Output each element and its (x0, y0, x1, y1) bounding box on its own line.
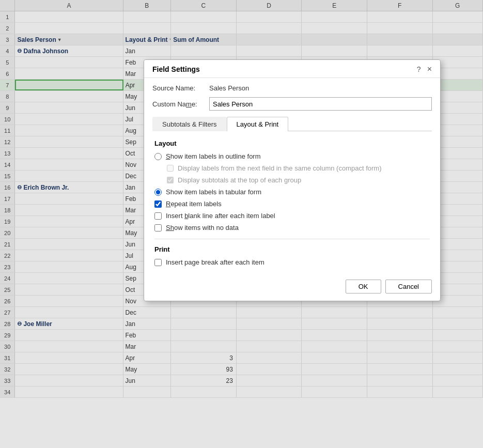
option-compact-form: Display labels from the next field in th… (167, 164, 430, 172)
option-repeat-labels: Repeat item labels (154, 200, 430, 208)
option-subtotals-top: Display subtotals at the top of each gro… (167, 176, 430, 184)
tab-content-layout-print: Layout Show item labels in outline form … (152, 131, 432, 270)
label-tabular: Show item labels in tabular form (166, 188, 261, 196)
dialog-close-button[interactable]: × (427, 65, 432, 73)
tab-subtotals-filters[interactable]: Subtotals & Filters (152, 117, 227, 131)
section-divider (154, 239, 430, 239)
option-no-data: Show items with no data (154, 224, 430, 231)
checkbox-subtotals-top (167, 177, 174, 183)
layout-section-title: Layout (154, 140, 430, 147)
label-outline: Show item labels in outline form (166, 152, 261, 160)
print-section-title: Print (154, 245, 430, 253)
checkbox-repeat[interactable] (154, 200, 162, 208)
label-compact: Display labels from the next field in th… (178, 164, 382, 172)
label-page-break: Insert page break after each item (166, 258, 264, 266)
field-settings-dialog: Field Settings ? × Source Name: Sales Pe… (144, 59, 441, 301)
dialog-footer: OK Cancel (144, 274, 440, 301)
dialog-tabs: Subtotals & Filters Layout & Print (152, 117, 432, 131)
label-blank-line: Insert blank line after each item label (166, 212, 275, 220)
dialog-titlebar: Field Settings ? × (144, 60, 440, 78)
radio-outline[interactable] (154, 153, 162, 160)
checkbox-blank-line[interactable] (154, 212, 162, 220)
label-repeat: Repeat item labels (166, 200, 222, 208)
layout-options: Show item labels in outline form Display… (154, 152, 430, 231)
custom-name-row: Custom Name: (152, 97, 432, 111)
option-page-break: Insert page break after each item (154, 258, 430, 266)
checkbox-compact (167, 165, 174, 172)
radio-tabular[interactable] (154, 189, 162, 196)
tab-layout-print[interactable]: Layout & Print (227, 117, 289, 131)
custom-name-input[interactable] (209, 97, 432, 111)
option-tabular-form: Show item labels in tabular form (154, 188, 430, 196)
checkbox-no-data[interactable] (154, 224, 162, 231)
option-blank-line: Insert blank line after each item label (154, 212, 430, 220)
ok-button[interactable]: OK (346, 280, 381, 293)
label-no-data: Show items with no data (166, 224, 239, 231)
dialog-body: Source Name: Sales Person Custom Name: S… (144, 78, 440, 274)
dialog-help-button[interactable]: ? (417, 65, 421, 73)
checkbox-page-break[interactable] (154, 259, 162, 266)
label-subtotals-top: Display subtotals at the top of each gro… (178, 176, 301, 184)
dialog-titlebar-buttons: ? × (417, 65, 432, 73)
cancel-button[interactable]: Cancel (385, 280, 432, 293)
option-outline-form: Show item labels in outline form (154, 152, 430, 160)
dialog-title: Field Settings (152, 65, 200, 73)
source-name-row: Source Name: Sales Person (152, 84, 432, 92)
source-name-label: Source Name: (152, 84, 209, 92)
custom-name-label: Custom Name: (152, 100, 209, 108)
source-name-value: Sales Person (209, 84, 249, 92)
